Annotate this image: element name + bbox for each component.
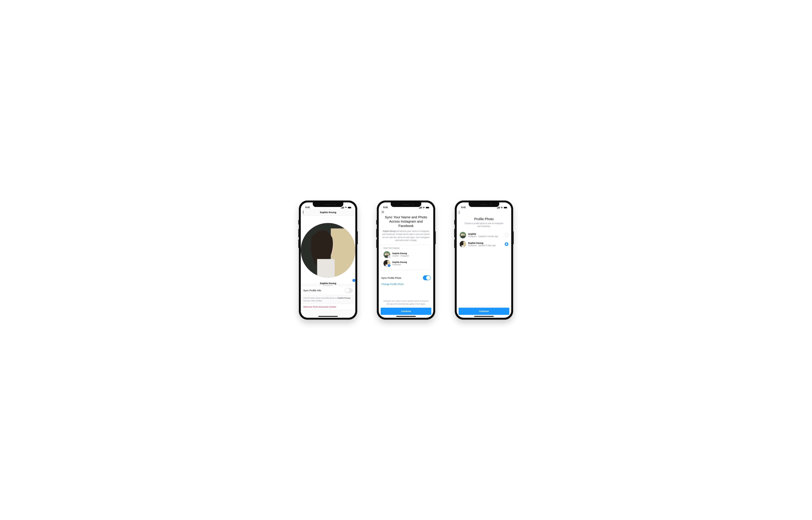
status-time: 9:41 <box>383 206 388 209</box>
appear-label: How You'll Appear <box>383 247 429 249</box>
radio-checked-icon <box>505 242 508 246</box>
svg-rect-17 <box>426 207 429 208</box>
option-sub: Facebook · Updated 3 days ago <box>468 244 503 246</box>
page-title: Sync Your Name and Photo Across Instagra… <box>379 214 433 230</box>
cellular-icon <box>419 207 422 208</box>
close-button[interactable] <box>381 211 384 214</box>
svg-point-39 <box>463 234 465 236</box>
avatar-image <box>301 219 355 282</box>
photo-option-instagram[interactable]: zzzphie Instagram · Updated 4 months ago <box>457 231 511 240</box>
photo-option-facebook[interactable]: Sophie Keung Facebook · Updated 3 days a… <box>457 240 511 249</box>
svg-rect-23 <box>389 256 390 258</box>
appear-sub: zzzphie · Instagram <box>392 255 409 257</box>
battery-icon <box>348 207 352 209</box>
change-profile-photo-link[interactable]: Change Profile Photo <box>379 281 433 287</box>
svg-rect-33 <box>499 207 500 208</box>
sync-profile-info-row: Sync Profile Info <box>301 286 355 295</box>
svg-rect-1 <box>341 208 342 208</box>
device-notch <box>469 202 499 207</box>
facebook-badge-icon <box>388 264 390 267</box>
svg-rect-14 <box>421 207 421 209</box>
svg-rect-7 <box>351 207 352 208</box>
avatar <box>301 219 355 282</box>
page-description: Sophie Keung will become your name on In… <box>379 230 433 244</box>
svg-rect-32 <box>498 207 499 209</box>
phone-frame-1: 9:41 Sophie Keung <box>299 201 357 320</box>
instagram-badge-icon <box>388 255 391 259</box>
svg-rect-3 <box>343 207 343 209</box>
facebook-badge-icon <box>352 279 355 282</box>
svg-rect-30 <box>497 208 497 208</box>
svg-rect-35 <box>504 207 507 208</box>
svg-rect-29 <box>385 264 388 267</box>
continue-button[interactable]: Continue <box>459 308 509 315</box>
page-title: Profile Photo <box>457 216 511 222</box>
home-indicator[interactable] <box>318 316 338 317</box>
svg-point-20 <box>385 253 387 255</box>
wifi-icon <box>345 207 347 208</box>
continue-button[interactable]: Continue <box>381 308 431 315</box>
svg-rect-40 <box>461 236 465 238</box>
avatar <box>383 251 390 258</box>
status-time: 9:41 <box>305 206 310 209</box>
back-button[interactable] <box>459 211 459 214</box>
status-icons <box>341 207 352 209</box>
device-notch <box>313 202 343 207</box>
sync-profile-info-toggle[interactable] <box>345 288 353 293</box>
page-description: Choose a profile photo to use on Instagr… <box>457 222 511 231</box>
appear-row-instagram: Sophie Keung zzzphie · Instagram <box>383 251 429 258</box>
home-indicator[interactable] <box>474 316 494 317</box>
cellular-icon <box>341 207 344 208</box>
home-indicator[interactable] <box>396 316 416 317</box>
phone-frame-2: 9:41 Sync Your Name and Photo Across Ins… <box>377 201 435 320</box>
wifi-icon <box>423 207 425 208</box>
status-icons <box>497 207 508 209</box>
svg-point-38 <box>461 234 463 236</box>
appear-row-facebook: Sophie Keung Facebook <box>383 260 429 267</box>
svg-rect-36 <box>507 207 508 208</box>
wifi-icon <box>500 207 503 208</box>
back-button[interactable] <box>303 211 303 214</box>
chevron-left-icon <box>459 211 459 214</box>
nav-header <box>457 209 511 216</box>
cellular-icon <box>497 207 500 208</box>
avatar <box>383 260 390 267</box>
sync-profile-photo-row: Sync Profile Photo <box>379 275 433 281</box>
battery-icon <box>426 207 430 209</box>
sync-hint: Use the same name and profile photo on S… <box>301 295 355 303</box>
svg-rect-13 <box>420 207 420 208</box>
svg-rect-4 <box>343 207 344 208</box>
svg-rect-6 <box>348 207 351 208</box>
battery-icon <box>504 207 508 209</box>
sync-profile-photo-toggle[interactable] <box>423 275 431 280</box>
svg-rect-15 <box>421 207 422 208</box>
sync-profile-info-label: Sync Profile Info <box>303 289 321 292</box>
phone-frame-3: 9:41 Profile Photo Choose a profile phot… <box>455 201 513 320</box>
svg-rect-18 <box>429 207 430 208</box>
profile-card: Sophie Keung Facebook Added on Jan 10, 2… <box>301 216 355 284</box>
option-name: Sophie Keung <box>468 242 503 244</box>
sync-note: Changes you make to your synced name or … <box>379 296 433 308</box>
status-time: 9:41 <box>461 206 466 209</box>
svg-rect-44 <box>462 245 464 248</box>
status-icons <box>419 207 430 209</box>
chevron-left-icon <box>303 211 303 214</box>
svg-point-24 <box>389 257 389 257</box>
radio-unchecked-icon <box>505 233 508 237</box>
option-sub: Instagram · Updated 4 months ago <box>468 235 503 237</box>
close-icon <box>381 211 384 213</box>
header-title: Sophie Keung <box>320 211 336 214</box>
svg-rect-12 <box>419 208 419 208</box>
option-name: zzzphie <box>468 233 503 235</box>
svg-rect-2 <box>342 207 342 208</box>
sync-profile-photo-label: Sync Profile Photo <box>381 277 401 279</box>
avatar <box>460 232 466 238</box>
avatar <box>460 241 466 248</box>
appear-name: Sophie Keung <box>392 261 407 263</box>
svg-point-21 <box>387 253 389 255</box>
appear-name: Sophie Keung <box>392 252 409 255</box>
svg-rect-11 <box>317 259 335 278</box>
remove-from-accounts-center-button[interactable]: Remove From Accounts Center <box>301 304 355 310</box>
device-notch <box>391 202 421 207</box>
appear-card: How You'll Appear Sophie Keung zzzphie ·… <box>381 244 431 270</box>
